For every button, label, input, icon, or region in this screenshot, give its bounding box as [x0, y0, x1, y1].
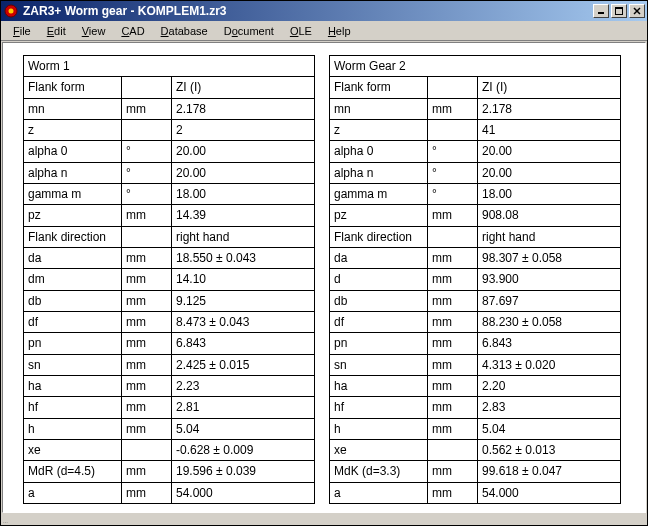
table-row: pnmm 6.843	[330, 333, 621, 354]
menu-file[interactable]: File	[5, 23, 39, 39]
row-unit: mm	[428, 482, 478, 503]
table-row: damm 18.550 ± 0.043	[24, 247, 315, 268]
row-label: df	[24, 311, 122, 332]
table-row: Flank formZI (I)	[330, 77, 621, 98]
row-value: 4.313 ± 0.020	[478, 354, 621, 375]
row-unit: °	[122, 141, 172, 162]
row-label: xe	[330, 439, 428, 460]
table-row: gamma m° 18.00	[330, 183, 621, 204]
row-unit: mm	[122, 418, 172, 439]
row-value: ZI (I)	[172, 77, 315, 98]
footer-text: ...	[3, 518, 8, 524]
row-value: 88.230 ± 0.058	[478, 311, 621, 332]
titlebar: ZAR3+ Worm gear - KOMPLEM1.zr3	[1, 1, 647, 21]
minimize-button[interactable]	[593, 4, 609, 18]
worm-gear2-table: Worm Gear 2Flank formZI (I)mnmm 2.178z 4…	[329, 55, 621, 504]
row-value: 54.000	[172, 482, 315, 503]
table-row: hfmm 2.81	[24, 397, 315, 418]
row-value: 93.900	[478, 269, 621, 290]
row-label: h	[24, 418, 122, 439]
table-row: xe 0.562 ± 0.013	[330, 439, 621, 460]
table-row: hmm 5.04	[330, 418, 621, 439]
table-row: alpha 0° 20.00	[24, 141, 315, 162]
row-unit: °	[428, 141, 478, 162]
row-label: sn	[330, 354, 428, 375]
menu-edit[interactable]: Edit	[39, 23, 74, 39]
table-row: alpha n° 20.00	[330, 162, 621, 183]
row-value: 18.00	[172, 183, 315, 204]
table-row: MdK (d=3.3)mm99.618 ± 0.047	[330, 461, 621, 482]
row-label: db	[24, 290, 122, 311]
row-label: sn	[24, 354, 122, 375]
row-unit: mm	[122, 333, 172, 354]
menu-database[interactable]: Database	[153, 23, 216, 39]
row-unit: mm	[122, 482, 172, 503]
menu-document[interactable]: Document	[216, 23, 282, 39]
row-label: MdR (d=4.5)	[24, 461, 122, 482]
row-label: h	[330, 418, 428, 439]
row-value: 20.00	[478, 162, 621, 183]
table-row: MdR (d=4.5)mm19.596 ± 0.039	[24, 461, 315, 482]
row-unit	[428, 119, 478, 140]
table-row: mnmm 2.178	[24, 98, 315, 119]
row-label: MdK (d=3.3)	[330, 461, 428, 482]
row-unit: mm	[122, 311, 172, 332]
row-label: z	[330, 119, 428, 140]
row-unit: mm	[428, 461, 478, 482]
row-label: gamma m	[330, 183, 428, 204]
table-row: hamm 2.23	[24, 375, 315, 396]
table-row: dfmm 88.230 ± 0.058	[330, 311, 621, 332]
menu-ole[interactable]: OLE	[282, 23, 320, 39]
table-row: dbmm 9.125	[24, 290, 315, 311]
row-label: gamma m	[24, 183, 122, 204]
table-row: hmm 5.04	[24, 418, 315, 439]
svg-point-1	[9, 9, 14, 14]
row-value: 19.596 ± 0.039	[172, 461, 315, 482]
row-unit: mm	[428, 98, 478, 119]
table-row: snmm 2.425 ± 0.015	[24, 354, 315, 375]
row-label: pz	[330, 205, 428, 226]
row-value: 9.125	[172, 290, 315, 311]
row-unit: mm	[428, 418, 478, 439]
menu-cad[interactable]: CAD	[113, 23, 152, 39]
row-unit: °	[428, 183, 478, 204]
row-unit: mm	[122, 290, 172, 311]
row-unit	[428, 226, 478, 247]
row-unit	[122, 77, 172, 98]
row-label: alpha n	[24, 162, 122, 183]
row-value: 18.00	[478, 183, 621, 204]
row-value: 2.23	[172, 375, 315, 396]
table-row: z 41	[330, 119, 621, 140]
row-label: pn	[24, 333, 122, 354]
table-title: Worm Gear 2	[330, 56, 621, 77]
table-row: damm 98.307 ± 0.058	[330, 247, 621, 268]
app-icon	[3, 3, 19, 19]
menu-help[interactable]: Help	[320, 23, 359, 39]
row-value: right hand	[478, 226, 621, 247]
table-row: hfmm 2.83	[330, 397, 621, 418]
row-value: right hand	[172, 226, 315, 247]
row-value: 20.00	[172, 162, 315, 183]
table-row: pzmm 14.39	[24, 205, 315, 226]
row-unit	[122, 226, 172, 247]
row-unit: mm	[122, 397, 172, 418]
row-value: 20.00	[478, 141, 621, 162]
table-row: pnmm 6.843	[24, 333, 315, 354]
row-value: ZI (I)	[478, 77, 621, 98]
row-unit: °	[428, 162, 478, 183]
close-button[interactable]	[629, 4, 645, 18]
row-label: Flank direction	[24, 226, 122, 247]
row-label: mn	[330, 98, 428, 119]
row-unit: mm	[428, 269, 478, 290]
row-unit: mm	[428, 290, 478, 311]
row-value: 14.39	[172, 205, 315, 226]
maximize-button[interactable]	[611, 4, 627, 18]
table-title: Worm 1	[24, 56, 315, 77]
row-label: ha	[24, 375, 122, 396]
table-row: gamma m° 18.00	[24, 183, 315, 204]
menu-view[interactable]: View	[74, 23, 114, 39]
row-unit: mm	[428, 375, 478, 396]
row-value: 2.178	[172, 98, 315, 119]
row-unit	[122, 439, 172, 460]
row-label: pz	[24, 205, 122, 226]
